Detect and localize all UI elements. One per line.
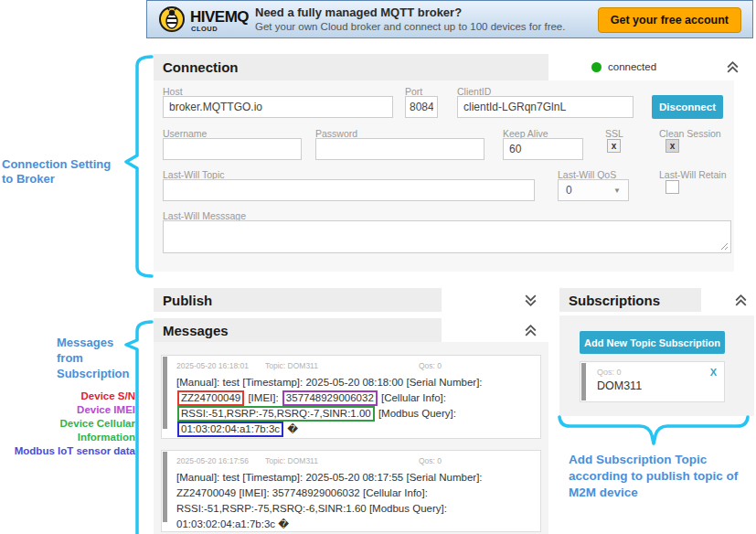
hivemq-ad-banner: HIVEMQ CLOUD Need a fully managed MQTT b…	[146, 0, 753, 38]
annotation-add-subscription-topic: Add Subscription Topic according to publ…	[569, 452, 756, 501]
resize-grip-icon[interactable]	[719, 241, 729, 251]
message-topic: Topic: DOM311	[265, 456, 318, 465]
payload-text: [Modbus Query]:	[376, 408, 456, 419]
bee-icon	[158, 5, 186, 37]
connection-title: Connection	[154, 59, 239, 75]
highlight-box-blue: 01:03:02:04:a1:7b:3c	[177, 422, 283, 437]
collapse-messages-chevron-up-icon[interactable]	[523, 323, 538, 338]
subscription-item: Qos: 0 X DOM311	[580, 361, 725, 402]
add-new-topic-subscription-button[interactable]: Add New Topic Subscription	[580, 331, 725, 354]
clean-session-label: Clean Session	[659, 128, 721, 139]
message-topic: Topic: DOM311	[265, 361, 318, 370]
subscriptions-panel: Add New Topic Subscription Qos: 0 X DOM3…	[559, 315, 754, 416]
message-timestamp: 2025-05-20 16:18:01	[176, 361, 249, 370]
username-input[interactable]	[163, 138, 302, 160]
payload-text: [Manual]: test [Timestamp]: 2025-05-20 0…	[176, 377, 483, 388]
lastwill-retain-checkbox[interactable]	[665, 180, 679, 194]
subscriptions-brace	[556, 413, 756, 450]
connection-form: Host Port ClientID Disconnect Username P…	[154, 80, 734, 272]
annotation-modbus-data: Modbus IoT sensor data	[0, 444, 135, 458]
select-caret-icon: ▼	[613, 187, 621, 195]
messages-title: Messages	[154, 323, 229, 338]
clean-session-checkbox[interactable]: x	[665, 139, 679, 153]
messages-list: 2025-05-20 16:18:01 Topic: DOM311 Qos: 0…	[154, 342, 548, 534]
annotation-device-cellular: Device Cellular Information	[0, 417, 135, 444]
message-payload: [Manual]: test [Timestamp]: 2025-05-20 0…	[176, 470, 533, 532]
subscriptions-title: Subscriptions	[559, 293, 660, 308]
banner-headline: Need a fully managed MQTT broker?	[255, 5, 565, 19]
connection-header: Connection connected	[154, 54, 756, 80]
annotation-device-sn: Device S/N	[0, 390, 135, 403]
lastwill-retain-label: Last-Will Retain	[659, 169, 727, 180]
disconnect-button[interactable]: Disconnect	[652, 95, 723, 119]
status-dot-icon	[591, 62, 602, 72]
message-qos: Qos: 0	[419, 456, 442, 465]
highlight-box-red: ZZ24700049	[177, 390, 244, 406]
ssl-checkbox[interactable]: x	[607, 139, 621, 153]
keepalive-input[interactable]	[503, 138, 583, 160]
subscription-qos: Qos: 0	[597, 368, 622, 377]
password-input[interactable]	[315, 138, 484, 160]
subscription-topic: DOM311	[597, 379, 642, 392]
lastwill-qos-select[interactable]: 0 ▼	[558, 179, 629, 201]
subscriptions-header: Subscriptions	[559, 288, 756, 312]
message-payload: [Manual]: test [Timestamp]: 2025-05-20 0…	[176, 375, 533, 437]
collapse-connection-chevron-up-icon[interactable]	[725, 59, 740, 75]
highlight-box-green: RSSI:-51,RSRP:-75,RSRQ:-7,SINR:1.00	[177, 406, 375, 422]
payload-text: [Manual]: test [Timestamp]: 2025-05-20 0…	[176, 472, 483, 529]
hivemq-logo: HIVEMQ CLOUD	[158, 5, 249, 37]
highlight-box-purple: 357748929006032	[282, 390, 378, 406]
ssl-label: SSL	[605, 128, 623, 139]
port-input[interactable]	[405, 96, 438, 118]
payload-text: �	[284, 423, 298, 434]
mqtt-client-page: HIVEMQ CLOUD Need a fully managed MQTT b…	[0, 0, 756, 534]
payload-text: [Cellular Info]:	[378, 392, 446, 403]
message-timestamp: 2025-05-20 16:17:56	[176, 456, 249, 465]
annotation-connection-setting: Connection Setting to Broker	[2, 157, 139, 187]
remove-subscription-button[interactable]: X	[710, 367, 717, 378]
message-card: 2025-05-20 16:17:56 Topic: DOM311 Qos: 0…	[161, 450, 541, 532]
annotation-messages-from-subscription: Messages from Subscription	[57, 335, 129, 381]
lastwill-topic-input[interactable]	[163, 179, 535, 201]
get-free-account-button[interactable]: Get your free account	[598, 7, 741, 33]
host-input[interactable]	[163, 96, 393, 118]
annotation-device-field-labels: Device S/N Device IMEI Device Cellular I…	[0, 390, 135, 458]
clientid-input[interactable]	[457, 96, 634, 118]
publish-title: Publish	[154, 293, 212, 308]
collapse-subscriptions-chevron-up-icon[interactable]	[733, 293, 749, 308]
brand-sub: CLOUD	[191, 26, 249, 33]
lastwill-message-textarea[interactable]	[163, 220, 731, 253]
lastwill-qos-value: 0	[566, 184, 572, 197]
brand-name: HIVEMQ	[190, 9, 249, 25]
message-card: 2025-05-20 16:18:01 Topic: DOM311 Qos: 0…	[161, 355, 541, 439]
connection-status: connected	[591, 61, 656, 72]
expand-publish-chevron-down-icon[interactable]	[523, 293, 538, 308]
payload-text: [IMEI]:	[245, 392, 282, 403]
status-text: connected	[608, 61, 656, 72]
annotation-device-imei: Device IMEI	[0, 403, 135, 417]
message-qos: Qos: 0	[419, 361, 442, 370]
banner-subheadline: Get your own Cloud broker and connect up…	[255, 21, 565, 32]
